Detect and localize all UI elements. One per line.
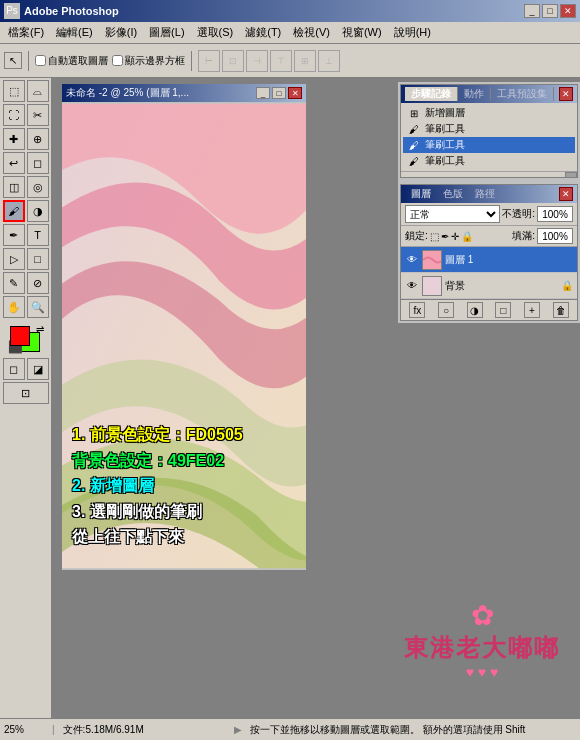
- maximize-button[interactable]: □: [542, 4, 558, 18]
- history-tab[interactable]: 步驟記錄: [405, 87, 458, 101]
- minimize-button[interactable]: _: [524, 4, 540, 18]
- tool-row-6: 🖌 ◑: [3, 200, 49, 222]
- brush-icon-3: 🖌: [407, 154, 421, 168]
- document-canvas[interactable]: 1. 前景色設定：FD0505 背景色設定：49FE02 2. 新增圖層 3. …: [62, 102, 306, 570]
- path-select-tool[interactable]: ▷: [3, 248, 25, 270]
- history-scroll-thumb[interactable]: [565, 172, 577, 178]
- instruction-line-1: 1. 前景色設定：FD0505: [72, 422, 296, 448]
- fill-control: 填滿:: [512, 228, 573, 244]
- layer-1-eye[interactable]: 👁: [405, 253, 419, 267]
- lock-transparent-icon[interactable]: ⬚: [430, 231, 439, 242]
- canvas-area: 未命名 -2 @ 25% (圖層 1,... _ □ ✕: [52, 78, 580, 740]
- align-left-icon[interactable]: ⊢: [198, 50, 220, 72]
- document-title: 未命名 -2 @ 25% (圖層 1,...: [66, 86, 256, 100]
- delete-layer-btn[interactable]: 🗑: [553, 302, 569, 318]
- menu-help[interactable]: 說明(H): [388, 23, 437, 42]
- menu-file[interactable]: 檔案(F): [2, 23, 50, 42]
- auto-select-label: 自動選取圖層: [48, 54, 108, 68]
- layer-bg-eye[interactable]: 👁: [405, 279, 419, 293]
- layer-item-1[interactable]: 👁 圖層 1: [401, 247, 577, 273]
- status-message: 按一下並拖移以移動圖層或選取範圍。 額外的選項請使用 Shift: [250, 723, 576, 737]
- standard-mode-btn[interactable]: ◻: [3, 358, 25, 380]
- foreground-color-swatch[interactable]: [10, 326, 30, 346]
- lock-image-icon[interactable]: ✒: [441, 231, 449, 242]
- opacity-control: 不透明:: [502, 206, 573, 222]
- shape-tool[interactable]: □: [27, 248, 49, 270]
- layer-item-bg[interactable]: 👁 背景 🔒: [401, 273, 577, 299]
- layer-1-thumb: [422, 250, 442, 270]
- zoom-tool[interactable]: 🔍: [27, 296, 49, 318]
- dodge-tool[interactable]: ◑: [27, 200, 49, 222]
- show-bounds-checkbox[interactable]: 顯示邊界方框: [112, 54, 185, 68]
- history-scrollbar: [401, 171, 577, 177]
- screen-mode-btn[interactable]: ⊡: [3, 382, 49, 404]
- menu-view[interactable]: 檢視(V): [287, 23, 336, 42]
- history-item-4[interactable]: 🖌 筆刷工具: [403, 153, 575, 169]
- eraser-tool[interactable]: ◻: [27, 152, 49, 174]
- layers-tab[interactable]: 圖層: [405, 187, 437, 201]
- lock-position-icon[interactable]: ✛: [451, 231, 459, 242]
- layer-mask-btn[interactable]: ○: [438, 302, 454, 318]
- watermark-hearts: ♥ ♥ ♥: [404, 664, 560, 680]
- hand-tool[interactable]: ✋: [3, 296, 25, 318]
- stamp-tool[interactable]: ⊕: [27, 128, 49, 150]
- menu-filter[interactable]: 濾鏡(T): [239, 23, 287, 42]
- gradient-tool[interactable]: ◫: [3, 176, 25, 198]
- slice-tool[interactable]: ✂: [27, 104, 49, 126]
- layers-panel: 圖層 色版 路徑 ✕ 正常 不透明:: [400, 184, 578, 321]
- align-top-icon[interactable]: ⊤: [270, 50, 292, 72]
- blend-mode-select[interactable]: 正常: [405, 205, 500, 223]
- history-brush-tool[interactable]: ↩: [3, 152, 25, 174]
- doc-close-btn[interactable]: ✕: [288, 87, 302, 99]
- quickmask-mode-btn[interactable]: ◪: [27, 358, 49, 380]
- layer-bg-name: 背景: [445, 279, 558, 293]
- move-tool-btn[interactable]: ↖: [4, 52, 22, 69]
- layers-panel-close[interactable]: ✕: [559, 187, 573, 201]
- menu-window[interactable]: 視窗(W): [336, 23, 388, 42]
- notes-tool[interactable]: ✎: [3, 272, 25, 294]
- doc-maximize-btn[interactable]: □: [272, 87, 286, 99]
- text-tool[interactable]: T: [27, 224, 49, 246]
- align-middle-icon[interactable]: ⊞: [294, 50, 316, 72]
- close-button[interactable]: ✕: [560, 4, 576, 18]
- eyedropper-tool[interactable]: ⊘: [27, 272, 49, 294]
- tool-presets-tab[interactable]: 工具預設集: [491, 87, 554, 101]
- auto-select-checkbox[interactable]: 自動選取圖層: [35, 54, 108, 68]
- align-center-icon[interactable]: ⊡: [222, 50, 244, 72]
- lock-all-icon[interactable]: 🔒: [461, 231, 473, 242]
- pen-tool[interactable]: ✒: [3, 224, 25, 246]
- crop-tool[interactable]: ⛶: [3, 104, 25, 126]
- blur-tool[interactable]: ◎: [27, 176, 49, 198]
- marquee-tool[interactable]: ⬚: [3, 80, 25, 102]
- brush-tool[interactable]: 🖌: [3, 200, 25, 222]
- new-layer-btn[interactable]: +: [524, 302, 540, 318]
- svg-rect-2: [423, 276, 441, 296]
- lasso-tool[interactable]: ⌓: [27, 80, 49, 102]
- align-bottom-icon[interactable]: ⊥: [318, 50, 340, 72]
- new-group-btn[interactable]: □: [495, 302, 511, 318]
- healing-tool[interactable]: ✚: [3, 128, 25, 150]
- align-right-icon[interactable]: ⊣: [246, 50, 268, 72]
- show-bounds-input[interactable]: [112, 55, 123, 66]
- auto-select-input[interactable]: [35, 55, 46, 66]
- history-item-2[interactable]: 🖌 筆刷工具: [403, 121, 575, 137]
- watermark-text: 東港老大嘟嘟: [404, 632, 560, 664]
- tool-row-4: ↩ ◻: [3, 152, 49, 174]
- doc-minimize-btn[interactable]: _: [256, 87, 270, 99]
- adjustment-layer-btn[interactable]: ◑: [467, 302, 483, 318]
- opacity-input[interactable]: [537, 206, 573, 222]
- fill-input[interactable]: [537, 228, 573, 244]
- history-panel-close[interactable]: ✕: [559, 87, 573, 101]
- swap-colors-icon[interactable]: ⇌: [36, 324, 44, 335]
- channels-tab[interactable]: 色版: [437, 187, 469, 201]
- actions-tab[interactable]: 動作: [458, 87, 491, 101]
- menu-layer[interactable]: 圖層(L): [143, 23, 190, 42]
- menu-edit[interactable]: 編輯(E): [50, 23, 99, 42]
- history-item-1[interactable]: ⊞ 新增圖層: [403, 105, 575, 121]
- history-item-3[interactable]: 🖌 筆刷工具: [403, 137, 575, 153]
- history-panel-content: ⊞ 新增圖層 🖌 筆刷工具 🖌 筆刷工具 🖌: [401, 103, 577, 171]
- layer-style-btn[interactable]: fx: [409, 302, 425, 318]
- menu-select[interactable]: 選取(S): [191, 23, 240, 42]
- paths-tab[interactable]: 路徑: [469, 187, 501, 201]
- menu-image[interactable]: 影像(I): [99, 23, 143, 42]
